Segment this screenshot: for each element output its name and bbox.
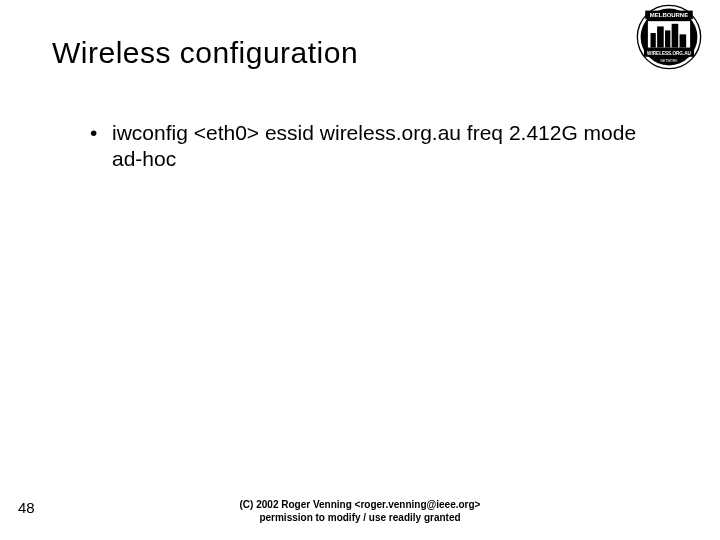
logo-sub-text: NETWORK <box>661 59 679 63</box>
svg-rect-7 <box>665 30 670 47</box>
svg-rect-5 <box>651 33 656 48</box>
logo-bottom-text: WIRELESS.ORG.AU <box>647 51 691 56</box>
svg-rect-8 <box>672 24 679 48</box>
svg-rect-6 <box>657 26 664 47</box>
footer: (C) 2002 Roger Venning <roger.venning@ie… <box>0 498 720 524</box>
svg-rect-9 <box>680 34 687 47</box>
slide: MELBOURNE WIRELESS.ORG.AU NETWORK Wirele… <box>0 0 720 540</box>
melbourne-wireless-logo: MELBOURNE WIRELESS.ORG.AU NETWORK <box>636 4 702 70</box>
footer-permission: permission to modify / use readily grant… <box>0 511 720 524</box>
logo-top-text: MELBOURNE <box>650 12 688 18</box>
footer-copyright: (C) 2002 Roger Venning <roger.venning@ie… <box>0 498 720 511</box>
slide-title: Wireless configuration <box>52 36 358 70</box>
bullet-item: iwconfig <eth0> essid wireless.org.au fr… <box>90 120 650 173</box>
slide-body: iwconfig <eth0> essid wireless.org.au fr… <box>90 120 650 173</box>
bullet-text: iwconfig <eth0> essid wireless.org.au fr… <box>112 121 636 170</box>
